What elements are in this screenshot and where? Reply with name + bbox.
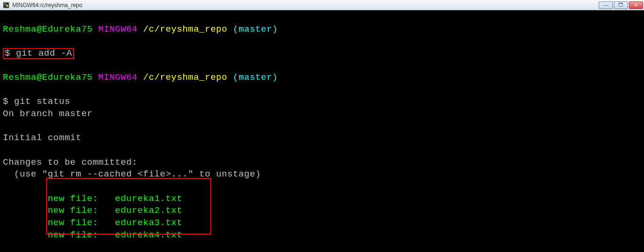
minimize-button[interactable]: — <box>599 1 613 9</box>
svg-rect-1 <box>4 3 6 5</box>
git-branch: (master) <box>233 24 278 34</box>
staged-files-block: new file: edureka1.txt new file: edureka… <box>3 181 182 241</box>
git-branch: (master) <box>233 72 278 83</box>
mingw-icon <box>3 2 9 8</box>
new-file-name: edureka1.txt <box>115 193 182 204</box>
env-label: MINGW64 <box>98 72 137 83</box>
entered-command: git status <box>14 96 70 107</box>
prompt-line-2: Reshma@Edureka75 MINGW64 /c/reyshma_repo… <box>3 72 641 84</box>
new-file-label: new file: <box>48 205 98 216</box>
highlight-box-command: $ git add -A <box>3 48 74 59</box>
terminal-output[interactable]: Reshma@Edureka75 MINGW64 /c/reyshma_repo… <box>0 10 644 252</box>
env-label: MINGW64 <box>98 24 137 34</box>
status-line: Changes to be committed: <box>3 157 138 168</box>
status-line: (use "git rm --cached <file>..." to unst… <box>3 169 261 179</box>
status-line: On branch master <box>3 109 92 119</box>
new-file-name: edureka2.txt <box>115 205 182 216</box>
user-host: Reshma@Edureka75 <box>3 72 92 83</box>
cwd-path: /c/reyshma_repo <box>143 72 228 83</box>
window-titlebar: MINGW64:/c/reyshma_repo — 🗖 ✕ <box>0 0 644 10</box>
user-host: Reshma@Edureka75 <box>3 24 92 34</box>
window-controls: — 🗖 ✕ <box>599 0 643 10</box>
entered-command: git add -A <box>16 48 72 59</box>
svg-rect-2 <box>6 5 8 7</box>
new-file-label: new file: <box>48 193 98 204</box>
cwd-path: /c/reyshma_repo <box>143 24 228 34</box>
new-file-label: new file: <box>48 230 98 240</box>
window-title: MINGW64:/c/reyshma_repo <box>12 2 83 8</box>
new-file-name: edureka4.txt <box>115 230 182 240</box>
prompt-line-1: Reshma@Edureka75 MINGW64 /c/reyshma_repo… <box>3 24 641 36</box>
new-file-name: edureka3.txt <box>115 218 182 228</box>
prompt-symbol: $ <box>3 96 8 107</box>
maximize-button[interactable]: 🗖 <box>614 1 628 9</box>
new-file-label: new file: <box>48 218 98 228</box>
status-line: Initial commit <box>3 133 82 143</box>
close-button[interactable]: ✕ <box>629 1 643 9</box>
prompt-symbol: $ <box>5 48 10 59</box>
